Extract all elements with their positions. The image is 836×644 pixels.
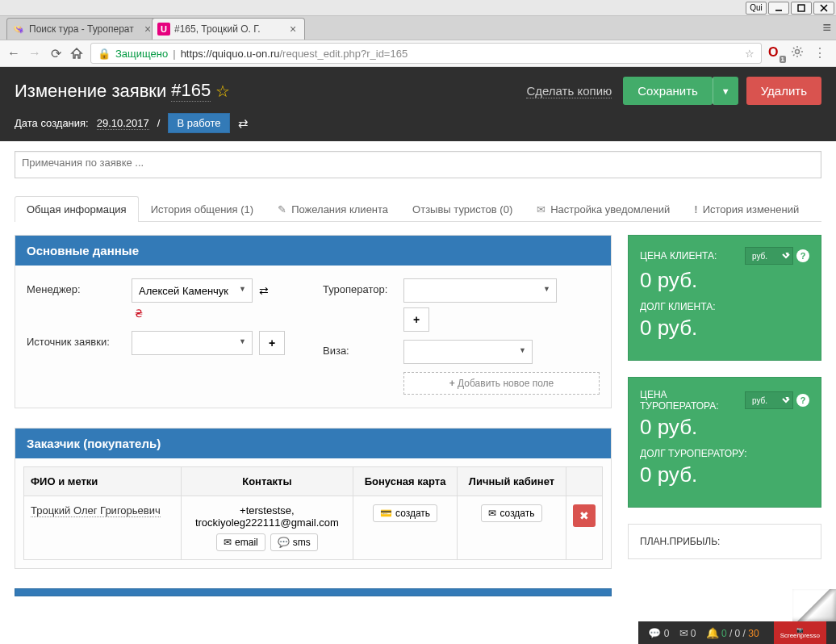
- tab-reviews[interactable]: Отзывы туристов (0): [400, 196, 525, 222]
- client-price-label: ЦЕНА КЛИЕНТА:: [640, 250, 717, 261]
- shuffle-manager-icon[interactable]: ⇄: [259, 284, 269, 297]
- extension-gear-icon[interactable]: [791, 45, 807, 61]
- op-debt-label: ДОЛГ ТУРОПЕРАТОРУ:: [640, 448, 747, 459]
- nav-back-icon[interactable]: ←: [6, 46, 21, 61]
- addr-separator: |: [173, 48, 175, 60]
- manager-select[interactable]: Алексей Каменчук: [132, 278, 253, 303]
- email-button[interactable]: ✉email: [216, 533, 265, 551]
- svg-rect-0: [775, 10, 782, 11]
- th-cabinet: Личный кабинет: [457, 467, 566, 496]
- browser-tab-1[interactable]: 👒 Поиск тура - Туроперат ×: [6, 18, 160, 40]
- bookmark-star-icon[interactable]: ☆: [745, 48, 754, 60]
- save-button[interactable]: Сохранить: [623, 77, 713, 105]
- tab-changes[interactable]: !История изменений: [682, 196, 811, 222]
- make-copy-link[interactable]: Сделать копию: [526, 84, 612, 98]
- envelope-icon: ✉: [488, 508, 496, 519]
- comment-icon: 💬: [648, 627, 661, 639]
- secure-label: Защищено: [115, 48, 168, 60]
- slash-sep: /: [157, 117, 161, 129]
- customer-name-link[interactable]: Троцкий Олег Григорьевич: [31, 504, 161, 517]
- create-bonus-button[interactable]: 💳создать: [373, 504, 437, 522]
- side-panel-profit: ПЛАН.ПРИБЫЛЬ:: [628, 524, 821, 559]
- client-debt-label: ДОЛГ КЛИЕНТА:: [640, 301, 715, 312]
- browser-tab-2-title: #165, Троцкий О. Г.: [174, 23, 286, 35]
- customer-phone: +terstestse,: [188, 504, 346, 516]
- nav-fwd-icon: →: [27, 46, 42, 61]
- client-currency-select[interactable]: руб.: [745, 247, 793, 265]
- help-icon[interactable]: ?: [796, 249, 809, 262]
- help-icon[interactable]: ?: [796, 394, 809, 407]
- tab-history[interactable]: История общения (1): [139, 196, 265, 222]
- window-maximize-button[interactable]: [791, 2, 812, 15]
- svg-point-2: [796, 50, 800, 54]
- tab-wishes[interactable]: ✎Пожелания клиента: [265, 196, 400, 222]
- envelope-icon: ✉: [537, 203, 545, 215]
- exclaim-icon: !: [694, 203, 697, 215]
- tab-general[interactable]: Общая информация: [15, 196, 139, 222]
- address-bar[interactable]: 🔒 Защищено | https://quiquo.u-on.ru/requ…: [90, 43, 762, 64]
- client-price-value: 0 руб.: [640, 268, 809, 293]
- op-currency-select[interactable]: руб.: [745, 391, 793, 409]
- bell-counts[interactable]: 🔔 0 / 0 / 30: [706, 627, 759, 639]
- op-price-value: 0 руб.: [640, 415, 809, 440]
- visa-label: Виза:: [323, 340, 403, 357]
- screenpresso-badge: 📷 Screenpresso: [774, 621, 826, 644]
- th-contacts: Контакты: [181, 467, 353, 496]
- th-bonus: Бонусная карта: [353, 467, 458, 496]
- url-text: https://quiquo.u-on.ru/request_edit.php?…: [181, 48, 408, 60]
- source-select[interactable]: [132, 331, 253, 355]
- panel-main-data: Основные данные Менеджер: Алексей Каменч…: [15, 235, 612, 408]
- panel-title-customer: Заказчик (покупатель): [15, 429, 611, 458]
- nav-home-icon[interactable]: [69, 46, 84, 61]
- status-badge[interactable]: В работе: [168, 113, 229, 133]
- envelope-icon: ✉: [224, 537, 232, 548]
- browser-overflow-icon[interactable]: ⋮: [813, 45, 830, 61]
- sms-button[interactable]: 💬sms: [270, 533, 318, 551]
- nav-reload-icon[interactable]: ⟳: [48, 46, 63, 61]
- save-dropdown-button[interactable]: ▼: [713, 77, 738, 105]
- tab-notifications[interactable]: ✉Настройка уведомлений: [525, 196, 682, 222]
- side-panel-operator: ЦЕНА ТУРОПЕРАТОРА: руб. ? 0 руб. ДОЛГ ТУ…: [628, 377, 821, 508]
- favicon-uon-icon: U: [157, 23, 170, 36]
- browser-menu-icon[interactable]: ≡: [822, 19, 831, 36]
- th-name: ФИО и метки: [24, 467, 182, 496]
- bottom-status-bar: 💬 0 ✉ 0 🔔 0 / 0 / 30 📷 Screenpresso: [638, 621, 836, 644]
- op-debt-value: 0 руб.: [640, 462, 809, 487]
- extension-opera-icon[interactable]: O1: [768, 45, 784, 61]
- browser-tab-1-title: Поиск тура - Туроперат: [29, 23, 140, 35]
- delete-button[interactable]: Удалить: [746, 77, 821, 105]
- visa-select[interactable]: [403, 340, 533, 364]
- customer-email: trockiyoleg222111@gmail.com: [188, 516, 346, 529]
- notes-textarea[interactable]: [15, 151, 821, 178]
- panel-title-main: Основные данные: [15, 236, 611, 266]
- page-content: Изменение заявки #165 ☆ Сделать копию Со…: [0, 67, 836, 644]
- add-operator-button[interactable]: +: [403, 307, 429, 332]
- window-minimize-button[interactable]: [768, 2, 789, 15]
- operator-select[interactable]: [403, 278, 557, 303]
- browser-tab-2[interactable]: U #165, Троцкий О. Г. ×: [152, 18, 305, 40]
- chat-count[interactable]: 💬 0: [648, 627, 669, 639]
- operator-label: Туроператор:: [323, 278, 403, 295]
- card-icon: 💳: [380, 508, 392, 519]
- favorite-star-icon[interactable]: ☆: [215, 82, 230, 101]
- comment-icon: 💬: [278, 537, 290, 548]
- window-close-button[interactable]: [813, 2, 834, 15]
- delete-customer-button[interactable]: ✖: [573, 504, 596, 527]
- lock-icon: 🔒: [98, 48, 111, 60]
- client-debt-value: 0 руб.: [640, 316, 809, 341]
- created-date-value[interactable]: 29.10.2017: [97, 117, 149, 130]
- add-source-button[interactable]: +: [259, 331, 285, 355]
- window-qui-button[interactable]: Qui: [746, 2, 767, 15]
- panel-customer: Заказчик (покупатель) ФИО и метки Контак…: [15, 428, 612, 569]
- op-price-label: ЦЕНА ТУРОПЕРАТОРА:: [640, 389, 740, 412]
- created-date-label: Дата создания:: [15, 117, 89, 129]
- svg-rect-1: [798, 5, 805, 11]
- page-title: Изменение заявки #165 ☆: [15, 80, 230, 102]
- create-cabinet-button[interactable]: ✉создать: [481, 504, 541, 522]
- close-icon[interactable]: ×: [290, 23, 299, 36]
- shuffle-icon[interactable]: ⇄: [238, 116, 249, 131]
- add-field-button[interactable]: + Добавить новое поле: [403, 372, 600, 395]
- mail-count[interactable]: ✉ 0: [679, 627, 696, 639]
- source-label: Источник заявки:: [27, 331, 132, 348]
- favicon-tour-icon: 👒: [12, 23, 25, 36]
